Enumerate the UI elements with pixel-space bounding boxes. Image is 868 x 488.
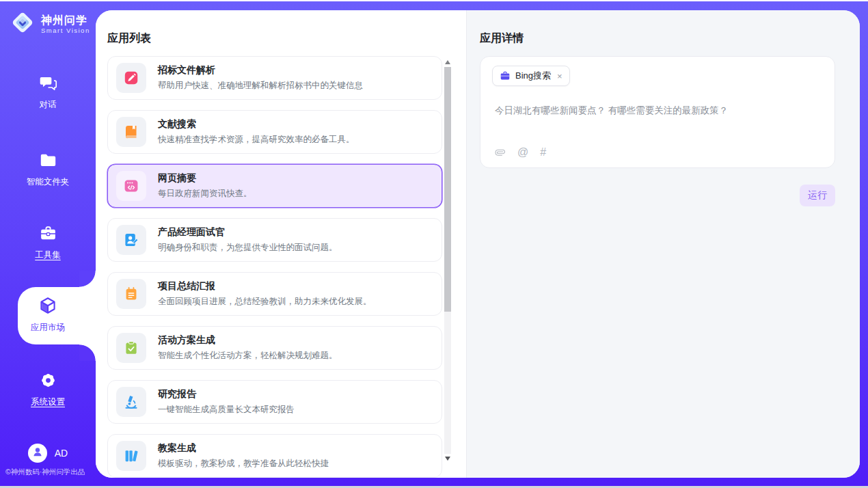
microscope-icon xyxy=(123,394,139,410)
app-card[interactable]: 研究报告 一键智能生成高质量长文本研究报告 xyxy=(107,380,442,424)
folder-icon xyxy=(39,151,57,170)
app-card-desc: 帮助用户快速、准确地理解和解析招标书中的关键信息 xyxy=(158,80,363,92)
notepad-icon xyxy=(123,286,139,302)
app-list-title: 应用列表 xyxy=(107,31,151,46)
app-card-desc: 一键智能生成高质量长文本研究报告 xyxy=(158,404,295,416)
hash-tag-icon[interactable]: # xyxy=(540,147,546,158)
app-card-desc: 模板驱动，教案秒成，教学准备从此轻松快捷 xyxy=(158,458,329,470)
cube-icon xyxy=(38,296,57,315)
avatar xyxy=(28,444,47,463)
paperclip-icon[interactable] xyxy=(491,144,508,160)
interview-icon xyxy=(123,232,139,248)
user-account[interactable]: AD xyxy=(0,444,96,463)
app-card-title: 项目总结汇报 xyxy=(158,280,372,293)
tool-tag-label: Bing搜索 xyxy=(515,70,551,82)
sidebar-item-smart-folders[interactable]: 智能文件夹 xyxy=(0,151,96,188)
scrollbar-thumb[interactable] xyxy=(444,67,451,312)
query-text[interactable]: 今日湖北有哪些新闻要点？ 有哪些需要关注的最新政策？ xyxy=(495,104,822,118)
copyright-text: ©神州数码·神州问学出品 xyxy=(5,467,85,477)
at-mention-icon[interactable]: @ xyxy=(517,147,528,158)
app-card-desc: 快速精准查找学术资源，提高研究效率的必备工具。 xyxy=(158,134,355,146)
app-card[interactable]: 网页摘要 每日政府新闻资讯快查。 xyxy=(107,164,442,208)
sidebar-item-toolset[interactable]: 工具集 xyxy=(0,224,96,261)
prompt-editor-card[interactable]: Bing搜索 × 今日湖北有哪些新闻要点？ 有哪些需要关注的最新政策？ @ # xyxy=(480,56,835,168)
app-card[interactable]: 产品经理面试官 明确身份和职责，为您提供专业性的面试问题。 xyxy=(107,218,442,262)
sidebar-item-system-settings[interactable]: 系统设置 xyxy=(0,371,96,408)
app-card[interactable]: 文献搜索 快速精准查找学术资源，提高研究效率的必备工具。 xyxy=(107,110,442,154)
sidebar-item-label: 工具集 xyxy=(0,249,96,261)
briefcase-icon xyxy=(500,70,511,81)
app-card-desc: 每日政府新闻资讯快查。 xyxy=(158,188,252,200)
app-card[interactable]: 活动方案生成 智能生成个性化活动方案，轻松解决规划难题。 xyxy=(107,326,442,370)
user-avatar-icon xyxy=(31,445,44,461)
scrollbar-down-arrow-icon[interactable] xyxy=(444,455,451,463)
app-card-desc: 全面回顾项目进展，总结经验教训，助力未来优化发展。 xyxy=(158,296,372,308)
brand-subtitle: Smart Vision xyxy=(41,27,90,34)
app-detail-title: 应用详情 xyxy=(480,31,524,46)
app-card-desc: 智能生成个性化活动方案，轻松解决规划难题。 xyxy=(158,350,338,362)
app-card-title: 活动方案生成 xyxy=(158,334,338,347)
app-card-title: 招标文件解析 xyxy=(158,64,363,77)
app-window: 神州问学 Smart Vision 对话 智能文件夹 工具集 应用市场 系统设置… xyxy=(0,0,868,488)
tool-tag-bing-search[interactable]: Bing搜索 × xyxy=(492,66,570,86)
sidebar-item-label: 智能文件夹 xyxy=(0,176,96,188)
list-scrollbar[interactable] xyxy=(444,58,451,463)
pen-edit-icon xyxy=(123,70,139,86)
gear-icon xyxy=(39,371,57,390)
scrollbar-up-arrow-icon[interactable] xyxy=(444,58,451,66)
user-initials: AD xyxy=(55,448,68,459)
books-icon xyxy=(123,448,139,464)
app-card-title: 产品经理面试官 xyxy=(158,226,338,239)
toolbox-icon xyxy=(39,224,57,243)
app-card-title: 教案生成 xyxy=(158,442,329,455)
app-card-desc: 明确身份和职责，为您提供专业性的面试问题。 xyxy=(158,242,338,254)
app-list-panel: 应用列表 招标文件解析 帮助用户快速、准确地理解和解析招标书中的关键信息 文献搜… xyxy=(96,10,467,478)
app-detail-panel: 应用详情 Bing搜索 × 今日湖北有哪些新闻要点？ 有哪些需要关注的最新政策？… xyxy=(467,10,860,478)
sidebar-item-label: 应用市场 xyxy=(0,322,96,334)
app-card[interactable]: 教案生成 模板驱动，教案秒成，教学准备从此轻松快捷 xyxy=(107,434,442,478)
browser-code-icon xyxy=(123,178,139,194)
brand-name: 神州问学 xyxy=(41,14,87,26)
app-card-title: 网页摘要 xyxy=(158,172,252,185)
attachment-toolbar: @ # xyxy=(494,146,546,158)
gem-diamond-icon xyxy=(9,9,36,39)
brand-logo: 神州问学 Smart Vision xyxy=(9,9,90,39)
clipboard-check-icon xyxy=(123,340,139,356)
sidebar-item-chat[interactable]: 对话 xyxy=(0,74,96,111)
chat-icon xyxy=(39,74,57,93)
app-card[interactable]: 项目总结汇报 全面回顾项目进展，总结经验教训，助力未来优化发展。 xyxy=(107,272,442,316)
run-button[interactable]: 运行 xyxy=(800,185,835,206)
close-icon[interactable]: × xyxy=(557,71,562,81)
app-card-title: 研究报告 xyxy=(158,388,295,401)
sidebar-item-label: 系统设置 xyxy=(0,396,96,408)
app-card[interactable]: 招标文件解析 帮助用户快速、准确地理解和解析招标书中的关键信息 xyxy=(107,56,442,100)
app-card-list: 招标文件解析 帮助用户快速、准确地理解和解析招标书中的关键信息 文献搜索 快速精… xyxy=(107,56,442,478)
main-container: 应用列表 招标文件解析 帮助用户快速、准确地理解和解析招标书中的关键信息 文献搜… xyxy=(96,10,860,478)
book-icon xyxy=(123,124,139,140)
sidebar: 神州问学 Smart Vision 对话 智能文件夹 工具集 应用市场 系统设置… xyxy=(0,0,96,488)
sidebar-item-app-market[interactable]: 应用市场 xyxy=(0,296,96,334)
app-card-title: 文献搜索 xyxy=(158,118,355,131)
sidebar-item-label: 对话 xyxy=(0,99,96,111)
